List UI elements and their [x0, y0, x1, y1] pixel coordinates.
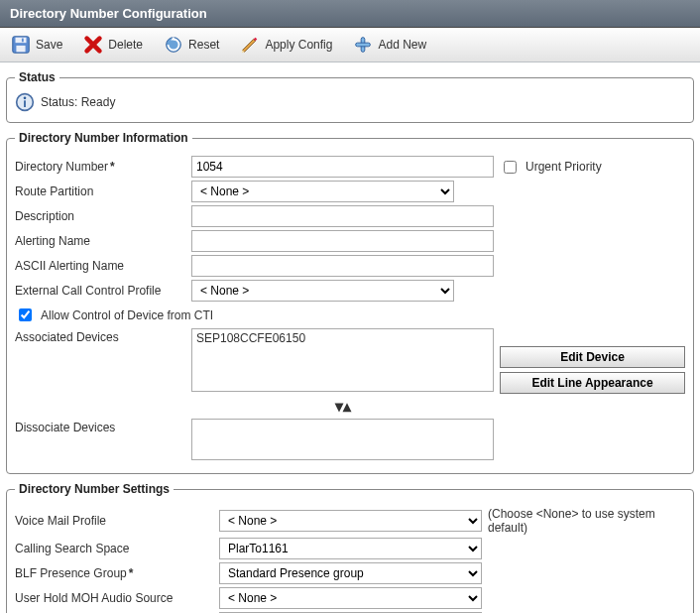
- label-voice-mail-profile: Voice Mail Profile: [15, 514, 213, 528]
- label-alerting-name: Alerting Name: [15, 234, 185, 248]
- info-icon: [15, 92, 35, 112]
- svg-rect-3: [22, 39, 24, 43]
- label-external-profile: External Call Control Profile: [15, 284, 185, 298]
- label-blf-presence-group: BLF Presence Group: [15, 566, 213, 580]
- add-label: Add New: [378, 38, 426, 52]
- urgent-priority-row[interactable]: Urgent Priority: [500, 158, 685, 177]
- user-hold-moh-select[interactable]: < None >: [219, 587, 482, 609]
- toolbar: Save Delete Reset Apply Config Add New: [0, 28, 700, 62]
- reset-label: Reset: [188, 38, 219, 52]
- delete-x-icon: [82, 34, 104, 56]
- label-calling-search-space: Calling Search Space: [15, 542, 213, 555]
- plus-icon: [352, 34, 374, 56]
- route-partition-select[interactable]: < None >: [191, 181, 454, 202]
- allow-cti-checkbox[interactable]: [19, 308, 32, 321]
- blf-presence-group-select[interactable]: Standard Presence group: [219, 562, 482, 584]
- dissociate-devices-list[interactable]: [191, 419, 494, 460]
- status-text: Status: Ready: [41, 95, 115, 109]
- vmp-hint: (Choose <None> to use system default): [488, 507, 685, 535]
- alerting-name-input[interactable]: [191, 230, 494, 252]
- dn-info-group: Directory Number Information Directory N…: [6, 131, 694, 474]
- edit-line-appearance-button[interactable]: Edit Line Appearance: [500, 372, 685, 394]
- svg-rect-2: [16, 46, 25, 52]
- external-profile-select[interactable]: < None >: [191, 280, 454, 302]
- pencil-icon: [239, 34, 261, 56]
- page-title: Directory Number Configuration: [0, 0, 700, 28]
- delete-button[interactable]: Delete: [78, 32, 147, 58]
- svg-rect-9: [24, 100, 26, 107]
- label-ascii-alerting: ASCII Alerting Name: [15, 259, 185, 273]
- label-user-hold-moh: User Hold MOH Audio Source: [15, 591, 213, 605]
- dn-settings-legend: Directory Number Settings: [15, 482, 174, 496]
- svg-rect-1: [16, 38, 27, 44]
- edit-device-button[interactable]: Edit Device: [500, 346, 685, 368]
- apply-config-button[interactable]: Apply Config: [235, 32, 336, 58]
- ascii-alerting-input[interactable]: [191, 255, 494, 277]
- allow-cti-row[interactable]: Allow Control of Device from CTI: [15, 306, 685, 324]
- label-dissociate-devices: Dissociate Devices: [15, 419, 185, 434]
- voice-mail-profile-select[interactable]: < None >: [219, 510, 482, 532]
- dn-info-legend: Directory Number Information: [15, 131, 192, 145]
- save-label: Save: [36, 38, 62, 52]
- svg-point-8: [24, 97, 27, 100]
- chevron-down-icon: ▾: [335, 398, 343, 415]
- associated-devices-list[interactable]: SEP108CCFE06150: [191, 328, 494, 392]
- floppy-icon: [10, 34, 32, 56]
- save-button[interactable]: Save: [6, 32, 66, 58]
- label-description: Description: [15, 209, 185, 223]
- svg-rect-6: [356, 43, 371, 47]
- reset-button[interactable]: Reset: [159, 32, 223, 58]
- dn-settings-group: Directory Number Settings Voice Mail Pro…: [6, 482, 694, 613]
- reset-icon: [163, 34, 184, 56]
- status-group: Status Status: Ready: [6, 70, 694, 123]
- label-directory-number: Directory Number: [15, 160, 185, 174]
- urgent-priority-label: Urgent Priority: [525, 160, 602, 174]
- chevron-up-icon: ▴: [343, 398, 351, 415]
- delete-label: Delete: [108, 38, 143, 52]
- label-route-partition: Route Partition: [15, 184, 185, 198]
- urgent-priority-checkbox[interactable]: [504, 161, 517, 174]
- directory-number-input[interactable]: [191, 156, 494, 178]
- description-input[interactable]: [191, 205, 494, 227]
- add-new-button[interactable]: Add New: [348, 32, 430, 58]
- move-arrows[interactable]: ▾▴: [191, 397, 494, 416]
- apply-label: Apply Config: [265, 38, 332, 52]
- calling-search-space-select[interactable]: PlarTo1161: [219, 538, 482, 559]
- allow-cti-label: Allow Control of Device from CTI: [41, 308, 213, 322]
- label-associated-devices: Associated Devices: [15, 328, 185, 344]
- status-legend: Status: [15, 70, 59, 84]
